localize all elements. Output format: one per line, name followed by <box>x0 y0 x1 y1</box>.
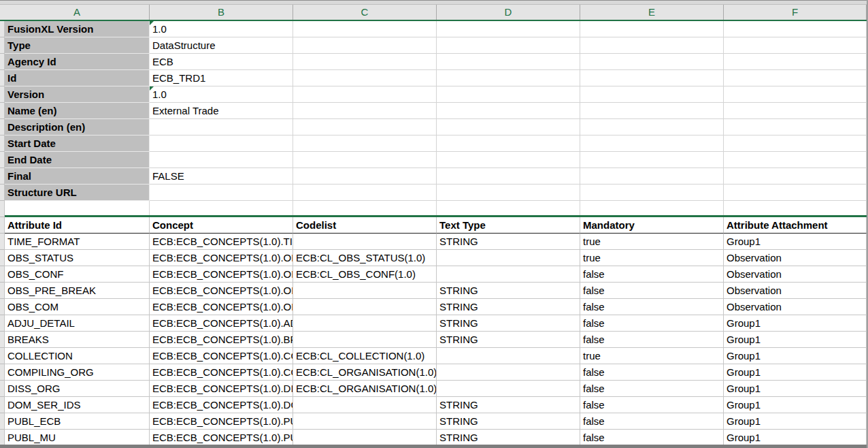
empty-cell[interactable] <box>437 103 580 119</box>
empty-cell[interactable] <box>437 135 580 152</box>
attribute-id-cell[interactable]: DISS_ORG <box>5 381 150 397</box>
codelist-cell[interactable] <box>293 430 437 446</box>
empty-cell[interactable] <box>724 103 867 119</box>
attribute-id-cell[interactable]: OBS_CONF <box>5 266 150 283</box>
property-label-cell[interactable]: End Date <box>5 152 150 168</box>
mandatory-cell[interactable]: true <box>580 348 724 364</box>
attachment-cell[interactable]: Group1 <box>724 234 867 250</box>
empty-cell[interactable] <box>724 152 867 168</box>
mandatory-cell[interactable]: false <box>580 266 724 283</box>
mandatory-cell[interactable]: false <box>580 413 724 430</box>
empty-cell[interactable] <box>724 37 867 54</box>
column-header-e[interactable]: E <box>580 5 724 20</box>
attachment-cell[interactable]: Observation <box>724 283 867 299</box>
concept-cell[interactable]: ECB:ECB_CONCEPTS(1.0).ADJU_DETAIL <box>150 315 293 332</box>
empty-cell[interactable] <box>724 86 867 103</box>
property-value-cell[interactable] <box>150 135 293 152</box>
empty-cell[interactable] <box>724 135 867 152</box>
mandatory-cell[interactable]: false <box>580 315 724 332</box>
attribute-id-cell[interactable]: OBS_STATUS <box>5 250 150 266</box>
text-type-cell[interactable] <box>437 266 580 283</box>
attachment-cell[interactable]: Group1 <box>724 348 867 364</box>
empty-cell[interactable] <box>724 185 867 201</box>
empty-cell[interactable] <box>293 86 437 103</box>
attachment-cell[interactable]: Group1 <box>724 332 867 348</box>
attribute-table-header[interactable]: Text Type <box>437 217 580 234</box>
text-type-cell[interactable]: STRING <box>437 283 580 299</box>
attribute-table-header[interactable]: Codelist <box>293 217 437 234</box>
property-label-cell[interactable]: Structure URL <box>5 185 150 201</box>
concept-cell[interactable]: ECB:ECB_CONCEPTS(1.0).DISS_ORG <box>150 381 293 397</box>
mandatory-cell[interactable]: false <box>580 381 724 397</box>
property-value-cell[interactable]: 1.0 <box>150 86 293 103</box>
empty-cell[interactable] <box>293 37 437 54</box>
empty-cell[interactable] <box>580 21 724 37</box>
empty-cell[interactable] <box>293 168 437 185</box>
empty-cell[interactable] <box>5 201 150 215</box>
concept-cell[interactable]: ECB:ECB_CONCEPTS(1.0).OBS_CONF <box>150 266 293 283</box>
empty-cell[interactable] <box>293 21 437 37</box>
concept-cell[interactable]: ECB:ECB_CONCEPTS(1.0).OBS_PRE_BREAK <box>150 283 293 299</box>
empty-cell[interactable] <box>293 70 437 86</box>
codelist-cell[interactable]: ECB:CL_ORGANISATION(1.0) <box>293 381 437 397</box>
property-value-cell[interactable]: External Trade <box>150 103 293 119</box>
property-label-cell[interactable]: Final <box>5 168 150 185</box>
mandatory-cell[interactable]: true <box>580 250 724 266</box>
empty-cell[interactable] <box>580 37 724 54</box>
column-header-a[interactable]: A <box>5 5 150 20</box>
text-type-cell[interactable]: STRING <box>437 397 580 413</box>
codelist-cell[interactable] <box>293 234 437 250</box>
empty-cell[interactable] <box>437 152 580 168</box>
property-label-cell[interactable]: Name (en) <box>5 103 150 119</box>
text-type-cell[interactable] <box>437 250 580 266</box>
column-header-c[interactable]: C <box>293 5 437 20</box>
concept-cell[interactable]: ECB:ECB_CONCEPTS(1.0).PUBL_MU <box>150 430 293 446</box>
property-label-cell[interactable]: Version <box>5 86 150 103</box>
property-label-cell[interactable]: Description (en) <box>5 119 150 135</box>
empty-cell[interactable] <box>580 185 724 201</box>
attachment-cell[interactable]: Observation <box>724 266 867 283</box>
property-value-cell[interactable] <box>150 185 293 201</box>
attachment-cell[interactable]: Group1 <box>724 430 867 446</box>
codelist-cell[interactable] <box>293 332 437 348</box>
empty-cell[interactable] <box>437 37 580 54</box>
empty-cell[interactable] <box>724 70 867 86</box>
property-label-cell[interactable]: Agency Id <box>5 54 150 70</box>
empty-cell[interactable] <box>150 201 293 215</box>
empty-cell[interactable] <box>724 54 867 70</box>
empty-cell[interactable] <box>293 103 437 119</box>
empty-cell[interactable] <box>580 201 724 215</box>
property-value-cell[interactable]: ECB <box>150 54 293 70</box>
empty-cell[interactable] <box>580 70 724 86</box>
empty-cell[interactable] <box>437 168 580 185</box>
mandatory-cell[interactable]: false <box>580 430 724 446</box>
property-label-cell[interactable]: FusionXL Version <box>5 21 150 37</box>
attachment-cell[interactable]: Group1 <box>724 315 867 332</box>
attribute-table-header[interactable]: Mandatory <box>580 217 724 234</box>
empty-cell[interactable] <box>293 201 437 215</box>
concept-cell[interactable]: ECB:ECB_CONCEPTS(1.0).COLLECTION <box>150 348 293 364</box>
empty-cell[interactable] <box>580 152 724 168</box>
text-type-cell[interactable]: STRING <box>437 430 580 446</box>
empty-cell[interactable] <box>293 185 437 201</box>
empty-cell[interactable] <box>437 119 580 135</box>
empty-cell[interactable] <box>437 54 580 70</box>
attribute-id-cell[interactable]: COLLECTION <box>5 348 150 364</box>
empty-cell[interactable] <box>437 185 580 201</box>
attribute-table-header[interactable]: Concept <box>150 217 293 234</box>
property-label-cell[interactable]: Id <box>5 70 150 86</box>
concept-cell[interactable]: ECB:ECB_CONCEPTS(1.0).COMPILING_ORG <box>150 364 293 381</box>
attachment-cell[interactable]: Observation <box>724 250 867 266</box>
attachment-cell[interactable]: Group1 <box>724 397 867 413</box>
text-type-cell[interactable]: STRING <box>437 234 580 250</box>
attribute-id-cell[interactable]: ADJU_DETAIL <box>5 315 150 332</box>
attribute-id-cell[interactable]: OBS_PRE_BREAK <box>5 283 150 299</box>
text-type-cell[interactable]: STRING <box>437 299 580 315</box>
property-value-cell[interactable] <box>150 152 293 168</box>
codelist-cell[interactable] <box>293 299 437 315</box>
empty-cell[interactable] <box>580 86 724 103</box>
attribute-id-cell[interactable]: DOM_SER_IDS <box>5 397 150 413</box>
attribute-id-cell[interactable]: PUBL_ECB <box>5 413 150 430</box>
attachment-cell[interactable]: Observation <box>724 299 867 315</box>
mandatory-cell[interactable]: true <box>580 234 724 250</box>
